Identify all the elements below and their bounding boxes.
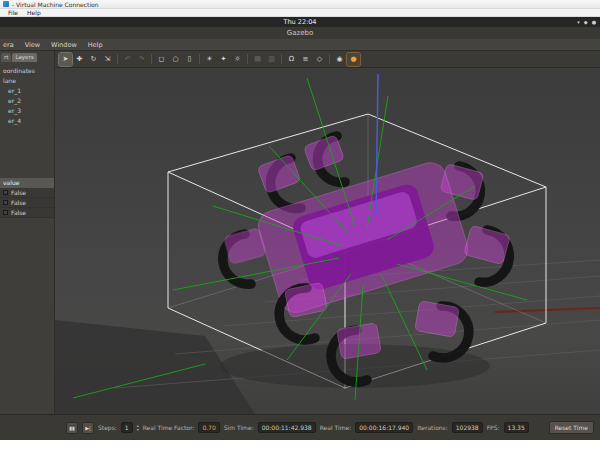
steps-stepper[interactable]: 1 [121,422,133,433]
box-icon[interactable]: ◻ [155,53,168,66]
clock[interactable]: Thu 22:04 [283,18,316,26]
tree-item[interactable]: er_1 [0,86,54,96]
fps-value: 13.35 [504,422,529,433]
vm-window-title: - Virtual Machine Connection [12,1,99,8]
iterations-label: Iterations: [417,424,448,431]
sphere-icon[interactable]: ○ [169,53,182,66]
vm-titlebar[interactable]: - Virtual Machine Connection [0,0,600,9]
point-light-icon[interactable]: ☀ [203,53,216,66]
property-row[interactable]: False [0,188,54,198]
hexapod-model[interactable] [223,135,510,382]
playback-bar: ▮▮ ▶| Steps: 1 Real Time Factor: 0.70 Si… [0,414,600,440]
toolbar-separator [281,54,282,64]
vm-menubar: FileHelp [0,9,600,17]
gazebo-toolbar: ➤✚↻⇲↶↷◻○▯☀✦☼▤▥Ω≡◇◉● [55,51,600,68]
vm-menu-item[interactable]: File [8,9,18,16]
directional-light-icon[interactable]: ☼ [231,53,244,66]
toolbar-separator [199,54,200,64]
rtf-value: 0.70 [198,422,219,433]
gazebo-window-title: Gazebo [287,29,313,37]
property-grid: FalseFalseFalse [0,188,54,218]
screenshot-icon[interactable]: ◉ [333,53,346,66]
real-time-value: 00:00:16:17.940 [355,422,413,433]
reset-time-button[interactable]: Reset Time [549,421,594,434]
checkbox-icon[interactable] [3,200,8,205]
checkbox-icon[interactable] [3,210,8,215]
property-value: False [11,199,26,206]
toolbar-separator [151,54,152,64]
view-angle-icon[interactable]: ◇ [313,53,326,66]
tree-item[interactable]: er_2 [0,96,54,106]
toolbar-separator [247,54,248,64]
tree-item[interactable]: er_4 [0,116,54,126]
rotate-icon[interactable]: ↻ [87,53,100,66]
property-value: False [11,189,26,196]
x-axis-line [495,308,600,312]
sim-time-value: 00:00:11:42.938 [258,422,316,433]
panel-tabs: rt Layers [0,51,54,63]
rtf-label: Real Time Factor: [143,424,195,431]
tree-item[interactable]: lane [0,76,54,86]
iterations-value: 102938 [452,422,483,433]
align-icon[interactable]: ≡ [299,53,312,66]
volume-icon[interactable]: ◆ [584,19,588,25]
property-row[interactable]: False [0,208,54,218]
network-icon[interactable]: ▾ [577,19,580,25]
redo-icon[interactable]: ↷ [135,53,148,66]
render-viewport[interactable] [55,68,600,414]
record-icon[interactable]: ● [347,53,360,66]
pause-button[interactable]: ▮▮ [66,422,78,434]
cylinder-icon[interactable]: ▯ [183,53,196,66]
translate-icon[interactable]: ✚ [73,53,86,66]
screen: - Virtual Machine Connection FileHelp Th… [0,0,600,450]
scale-icon[interactable]: ⇲ [101,53,114,66]
fps-label: FPS: [487,424,500,431]
toolbar-separator [329,54,330,64]
gazebo-left-panel: rt Layers oordinateslaneer_1er_2er_3er_4… [0,51,55,414]
paste-icon[interactable]: ▥ [265,53,278,66]
checkbox-icon[interactable] [3,190,8,195]
gazebo-menu-item[interactable]: Help [88,41,103,49]
ubuntu-top-panel: Thu 22:04 ▾◆● [0,17,600,27]
vm-menu-item[interactable]: Help [27,9,41,16]
gazebo-menubar: eraViewWindowHelp [0,39,600,51]
steps-spinner-arrows[interactable] [137,424,139,432]
render-scene [55,68,600,414]
gazebo-main-area: rt Layers oordinateslaneer_1er_2er_3er_4… [0,51,600,414]
gazebo-menu-item[interactable]: Window [51,41,77,49]
toolbar-separator [117,54,118,64]
copy-icon[interactable]: ▤ [251,53,264,66]
property-row[interactable]: False [0,198,54,208]
step-button[interactable]: ▶| [82,422,94,434]
steps-label: Steps: [98,424,117,431]
property-header: value [0,178,54,188]
property-value: False [11,209,26,216]
world-tree: oordinateslaneer_1er_2er_3er_4 [0,63,54,126]
sim-time-label: Sim Time: [224,424,254,431]
spot-light-icon[interactable]: ✦ [217,53,230,66]
tree-item[interactable]: oordinates [0,66,54,76]
undo-icon[interactable]: ↶ [121,53,134,66]
vm-app-icon [3,1,9,7]
snap-icon[interactable]: Ω [285,53,298,66]
letterbox-bottom [0,440,600,450]
system-tray: ▾◆● [577,19,596,25]
select-arrow-icon[interactable]: ➤ [59,53,72,66]
real-time-label: Real Time: [320,424,352,431]
power-icon[interactable]: ● [592,19,596,25]
gazebo-menu-item[interactable]: era [3,41,14,49]
viewport-column: ➤✚↻⇲↶↷◻○▯☀✦☼▤▥Ω≡◇◉● [55,51,600,414]
gazebo-titlebar[interactable]: Gazebo [0,27,600,39]
tab-layers[interactable]: Layers [12,53,36,62]
tree-item[interactable]: er_3 [0,106,54,116]
tab-insert[interactable]: rt [1,53,11,62]
gazebo-menu-item[interactable]: View [25,41,40,49]
